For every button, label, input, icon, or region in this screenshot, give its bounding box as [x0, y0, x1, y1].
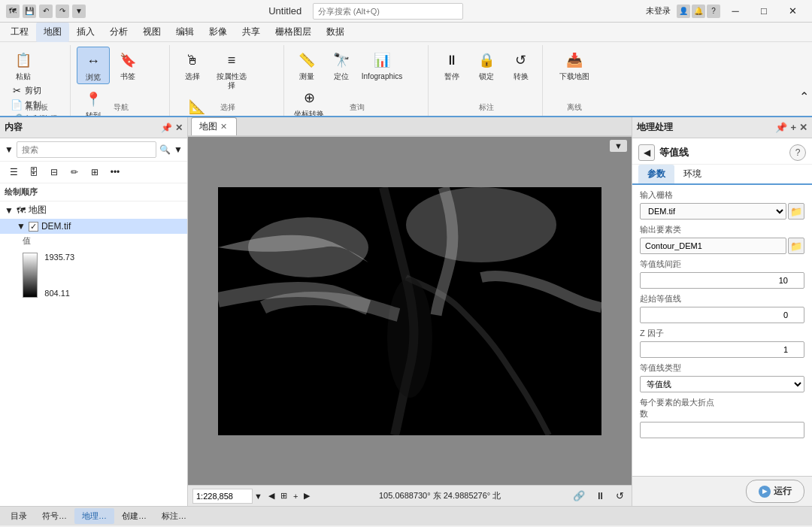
title-search-input[interactable]	[313, 3, 463, 20]
menu-item-map[interactable]: 地图	[36, 23, 69, 42]
measure-button[interactable]: 📏 测量	[290, 47, 323, 83]
panel-pencil-btn[interactable]: ✏	[65, 164, 83, 180]
history-icon[interactable]: ▼	[72, 5, 86, 18]
cut-label: 剪切	[25, 85, 41, 96]
maximize-button[interactable]: □	[750, 0, 777, 23]
nav-prev-icon[interactable]: ◀	[268, 491, 274, 501]
statusbar: ▼ ◀ ⊞ + ▶ 105.0688730° 东 24.9885276° 北 🔗…	[188, 485, 632, 506]
lock-button[interactable]: 🔒 锁定	[470, 47, 503, 83]
max-vertices-input[interactable]	[640, 422, 804, 438]
map-layer-item[interactable]: ▼ 🗺 地图	[0, 201, 187, 219]
geo-run-play-icon: ▶	[759, 486, 771, 498]
menu-item-insert[interactable]: 插入	[69, 23, 102, 42]
bookmark-button[interactable]: 🔖 书签	[111, 47, 144, 83]
infographics-button[interactable]: 📊 Infographics	[359, 47, 404, 83]
locate-button[interactable]: 🔭 定位	[325, 47, 358, 83]
geopanel-add-icon[interactable]: +	[790, 122, 796, 133]
geopanel-close-icon[interactable]: ✕	[799, 122, 807, 133]
map-dropdown-button[interactable]: ▼	[610, 140, 627, 152]
menu-item-project[interactable]: 工程	[3, 23, 36, 42]
pause-button[interactable]: ⏸ 暂停	[435, 47, 468, 83]
status-pause-icon[interactable]: ⏸	[592, 489, 608, 503]
input-raster-browse-button[interactable]: 📁	[788, 203, 804, 220]
convert-label: 转换	[514, 72, 529, 81]
contour-type-row: 等值线 等值线填充 等值线包壳	[640, 376, 804, 392]
minimize-button[interactable]: ─	[722, 0, 749, 23]
bottom-tab-geo[interactable]: 地理…	[74, 508, 114, 524]
base-contour-input[interactable]	[640, 307, 804, 323]
geo-tab-params[interactable]: 参数	[638, 165, 674, 185]
geo-run-bar: ▶ 运行	[632, 476, 812, 506]
convert-button[interactable]: ↺ 转换	[504, 47, 538, 83]
user-icon[interactable]: 👤	[677, 5, 690, 18]
help-icon[interactable]: ?	[707, 5, 720, 18]
z-factor-input[interactable]	[640, 341, 804, 358]
download-map-button[interactable]: 📥 下载地图	[552, 47, 597, 83]
menu-item-analysis[interactable]: 分析	[102, 23, 135, 42]
redo-icon[interactable]: ↷	[56, 5, 69, 18]
browse-icon: ↔	[81, 49, 105, 73]
bottom-tab-create[interactable]: 创建…	[114, 508, 154, 524]
menu-item-raster[interactable]: 栅格图层	[268, 23, 319, 42]
geo-help-button[interactable]: ?	[789, 144, 806, 161]
geo-run-button[interactable]: ▶ 运行	[746, 480, 804, 503]
close-button[interactable]: ✕	[779, 0, 806, 23]
save-icon[interactable]: 💾	[23, 5, 36, 18]
nav-extent-icon[interactable]: ⊞	[280, 491, 287, 501]
dem-layer-checkbox[interactable]: ✓	[29, 222, 38, 232]
panel-search-input[interactable]	[17, 141, 156, 158]
undo-icon[interactable]: ↶	[39, 5, 53, 18]
map-layer-expand-icon: ▼	[5, 205, 14, 216]
browse-button[interactable]: ↔ 浏览	[77, 47, 110, 84]
menu-item-edit[interactable]: 编辑	[168, 23, 201, 42]
panel-close-icon[interactable]: ✕	[175, 123, 183, 133]
dem-layer-item[interactable]: ▼ ✓ DEM.tif	[0, 219, 187, 234]
panel-search-icon[interactable]: 🔍	[159, 144, 171, 155]
panel-add-btn[interactable]: ⊞	[86, 164, 104, 180]
ribbon-collapse-button[interactable]: ⌃	[799, 45, 809, 116]
output-features-input[interactable]	[640, 238, 786, 254]
menu-item-data[interactable]: 数据	[319, 23, 352, 42]
nav-add-icon[interactable]: +	[293, 492, 298, 501]
ribbon-group-offline: 📥 下载地图 离线	[544, 45, 604, 116]
dem-canvas	[218, 187, 601, 435]
panel-database-btn[interactable]: 🗄	[25, 164, 43, 180]
panel-list-view-btn[interactable]: ☰	[5, 164, 23, 180]
geo-back-button[interactable]: ◀	[638, 144, 655, 161]
status-link-icon[interactable]: 🔗	[570, 489, 588, 503]
scale-selector[interactable]: ▼	[192, 489, 262, 504]
menu-item-view[interactable]: 视图	[135, 23, 168, 42]
bottom-tab-catalog[interactable]: 目录	[3, 508, 35, 524]
input-raster-select[interactable]: DEM.tif	[640, 203, 786, 220]
svg-point-4	[387, 277, 432, 398]
map-tab[interactable]: 地图 ✕	[191, 117, 237, 135]
attr-select-button[interactable]: ≡ 按属性选择	[211, 47, 253, 92]
geo-tab-env[interactable]: 环境	[674, 165, 710, 183]
cut-button[interactable]: ✂ 剪切	[8, 84, 61, 97]
panel-filter-btn[interactable]: ⊟	[45, 164, 63, 180]
panel-search-options-icon[interactable]: ▼	[174, 144, 183, 155]
bottom-tab-symbol[interactable]: 符号…	[35, 508, 74, 524]
bottom-tab-label[interactable]: 标注…	[154, 508, 194, 524]
notification-icon[interactable]: 🔔	[692, 5, 705, 18]
status-refresh-icon[interactable]: ↺	[613, 489, 627, 503]
contour-interval-input[interactable]	[640, 272, 804, 289]
scale-input[interactable]	[192, 489, 253, 504]
measure-icon: 📏	[295, 48, 319, 72]
lock-icon: 🔒	[474, 48, 498, 72]
paste-button[interactable]: 📋 粘贴	[8, 47, 39, 83]
map-tab-close-icon[interactable]: ✕	[220, 122, 227, 132]
menu-item-imagery[interactable]: 影像	[201, 23, 235, 42]
panel-more-btn[interactable]: •••	[106, 164, 124, 180]
select-button[interactable]: 🖱 选择	[176, 47, 209, 83]
select-label: 选择	[185, 72, 200, 81]
output-features-browse-button[interactable]: 📁	[788, 238, 804, 254]
scale-dropdown-icon[interactable]: ▼	[254, 492, 262, 501]
dem-layer-label: DEM.tif	[41, 221, 71, 232]
geopanel-pin-icon[interactable]: 📌	[775, 122, 787, 133]
nav-sync-icon[interactable]: ▶	[304, 491, 310, 501]
menu-item-share[interactable]: 共享	[235, 23, 268, 42]
contour-type-select[interactable]: 等值线 等值线填充 等值线包壳	[640, 376, 804, 392]
user-label[interactable]: 未登录	[646, 5, 671, 17]
panel-pin-icon[interactable]: 📌	[161, 123, 172, 133]
